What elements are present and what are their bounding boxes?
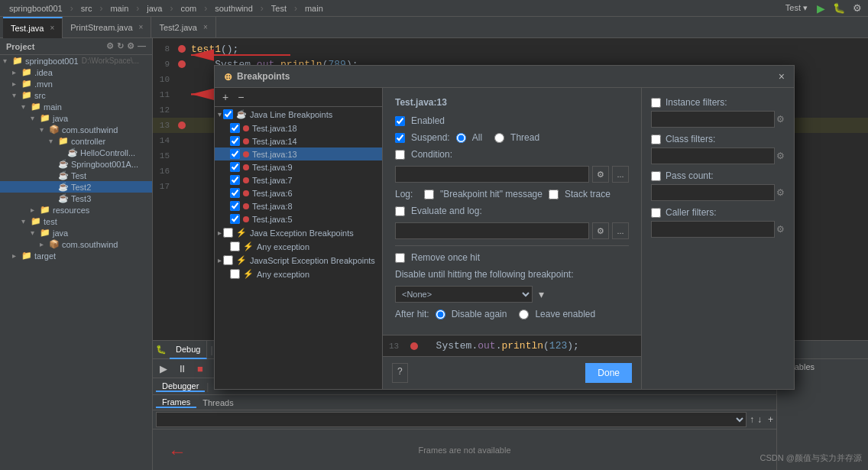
watermark: CSDN @颜值与实力并存源: [760, 452, 862, 464]
eval-expand-btn[interactable]: ...: [612, 222, 629, 239]
bp-dot-8: [243, 203, 249, 209]
bp-item-6[interactable]: Test.java:6: [215, 186, 382, 199]
bp-item-13[interactable]: Test.java:13: [215, 147, 382, 160]
enabled-checkbox[interactable]: [395, 116, 405, 126]
done-btn[interactable]: Done: [585, 363, 632, 383]
bp-group-label-java: Java Line Breakpoints: [250, 110, 332, 119]
bp-lightning-icon: ⚡: [236, 228, 247, 238]
remove-once-label: Remove once hit: [411, 252, 480, 263]
pass-count-input-row: ⚙: [651, 184, 785, 201]
class-filters-label: Class filters:: [666, 134, 715, 144]
caller-filters-row: Caller filters:: [651, 207, 785, 218]
bp-check-14[interactable]: [230, 136, 240, 146]
after-hit-label: After hit:: [395, 309, 429, 319]
suspend-checkbox[interactable]: [395, 133, 405, 143]
eval-log-input[interactable]: [395, 222, 589, 239]
eval-log-checkbox[interactable]: [395, 206, 405, 216]
eval-log-input-row: ⚙ ...: [395, 222, 629, 239]
bp-coffee-icon: ☕: [236, 109, 247, 119]
bp-modal-icon: ⊕: [224, 71, 232, 83]
modal-close-btn[interactable]: ×: [779, 70, 785, 83]
bp-group-header-java-ex[interactable]: ▸ ⚡ Java Exception Breakpoints: [215, 225, 382, 240]
suspend-all-radio[interactable]: [456, 133, 466, 143]
bp-check-7[interactable]: [230, 175, 240, 185]
bp-item-js-any-ex[interactable]: ⚡ Any exception: [215, 267, 382, 280]
bp-dot-6: [243, 190, 249, 196]
bp-add-btn[interactable]: +: [219, 91, 232, 103]
bp-check-9[interactable]: [230, 162, 240, 172]
bp-check-13[interactable]: [230, 149, 240, 159]
condition-input[interactable]: [395, 166, 589, 183]
pass-count-checkbox[interactable]: [651, 171, 661, 181]
bp-group-java-line: ▾ ☕ Java Line Breakpoints Test.java:18: [215, 107, 382, 225]
stack-trace-checkbox[interactable]: [549, 190, 559, 199]
stack-trace-label: Stack trace: [565, 189, 611, 199]
disable-again-radio[interactable]: [436, 310, 445, 319]
enabled-row: Enabled: [395, 115, 629, 126]
bp-label-5: Test.java:5: [252, 215, 293, 224]
modal-title: ⊕ Breakpoints: [224, 71, 290, 83]
breakpoints-list: + − ▾ ☕ Java Line Breakpoints: [215, 88, 383, 389]
bp-group-arrow-jsex: ▸: [218, 256, 222, 264]
bp-divider-1: [395, 245, 629, 246]
bp-group-label-jsex: JavaScript Exception Breakpoints: [250, 256, 375, 265]
bp-check-js-any-ex[interactable]: [230, 269, 240, 279]
bp-group-label-javaex: Java Exception Breakpoints: [250, 229, 354, 238]
condition-checkbox[interactable]: [395, 150, 405, 160]
class-filters-input[interactable]: [651, 147, 775, 164]
bp-item-9[interactable]: Test.java:9: [215, 160, 382, 173]
instance-filters-checkbox[interactable]: [651, 98, 661, 108]
bp-item-18[interactable]: Test.java:18: [215, 122, 382, 135]
bp-check-6[interactable]: [230, 188, 240, 198]
bp-item-5[interactable]: Test.java:5: [215, 212, 382, 225]
pass-count-btn[interactable]: ⚙: [776, 187, 785, 198]
modal-body: + − ▾ ☕ Java Line Breakpoints: [215, 88, 794, 389]
caller-filter-btn[interactable]: ⚙: [776, 224, 785, 235]
bp-hit-checkbox[interactable]: [424, 190, 434, 199]
disable-select[interactable]: <None>: [395, 286, 533, 303]
condition-settings-btn[interactable]: ⚙: [592, 166, 609, 183]
class-filter-btn[interactable]: ⚙: [776, 151, 785, 161]
bp-group-check-jsex[interactable]: [223, 255, 233, 265]
bp-item-any-ex[interactable]: ⚡ Any exception: [215, 240, 382, 253]
preview-breakpoint-dot: [410, 342, 418, 350]
bp-group-check-java[interactable]: [223, 109, 233, 119]
preview-code-text: System.out.println(123);: [424, 340, 579, 352]
eval-log-row: Evaluate and log:: [395, 206, 629, 216]
condition-label: Condition:: [411, 149, 452, 160]
suspend-thread-label: Thread: [510, 132, 539, 143]
remove-once-checkbox[interactable]: [395, 253, 405, 263]
pass-count-input[interactable]: [651, 184, 775, 201]
suspend-row: Suspend: All Thread: [395, 132, 629, 143]
pass-count-row: Pass count:: [651, 170, 785, 181]
condition-input-row: ⚙ ...: [395, 166, 629, 183]
caller-filters-section: Caller filters: ⚙: [651, 207, 785, 238]
instance-filter-btn[interactable]: ⚙: [776, 114, 785, 125]
disable-dropdown-arrow[interactable]: ▾: [539, 288, 544, 300]
class-filters-checkbox[interactable]: [651, 135, 661, 144]
caller-filters-input[interactable]: [651, 221, 775, 238]
bp-item-14[interactable]: Test.java:14: [215, 135, 382, 147]
bp-tree: ▾ ☕ Java Line Breakpoints Test.java:18: [215, 107, 382, 280]
bp-group-header-js-ex[interactable]: ▸ ⚡ JavaScript Exception Breakpoints: [215, 253, 382, 267]
bp-detail-title: Test.java:13: [395, 97, 629, 108]
help-btn[interactable]: ?: [392, 363, 408, 383]
bp-check-any-ex[interactable]: [230, 241, 240, 251]
bp-toolbar: + −: [215, 88, 382, 107]
bp-check-5[interactable]: [230, 214, 240, 224]
bp-group-header-java-line[interactable]: ▾ ☕ Java Line Breakpoints: [215, 107, 382, 122]
suspend-thread-radio[interactable]: [494, 133, 504, 143]
bp-item-8[interactable]: Test.java:8: [215, 199, 382, 212]
leave-enabled-radio[interactable]: [519, 310, 529, 319]
bp-remove-btn[interactable]: −: [235, 91, 247, 103]
bp-check-8[interactable]: [230, 201, 240, 211]
condition-expand-btn[interactable]: ...: [612, 166, 629, 183]
bp-group-check-javaex[interactable]: [223, 228, 233, 238]
class-filters-row: Class filters:: [651, 134, 785, 144]
caller-filters-checkbox[interactable]: [651, 208, 661, 218]
bp-label-18: Test.java:18: [252, 124, 297, 133]
eval-settings-btn[interactable]: ⚙: [592, 222, 609, 239]
bp-item-7[interactable]: Test.java:7: [215, 173, 382, 186]
bp-check-18[interactable]: [230, 123, 240, 133]
instance-filters-input[interactable]: [651, 111, 775, 128]
